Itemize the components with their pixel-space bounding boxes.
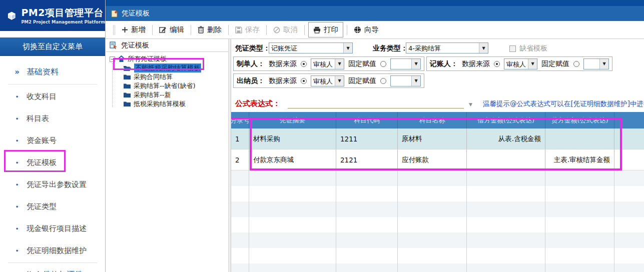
sidebar-item-zijinzhanghao[interactable]: • 资金账号 bbox=[0, 130, 105, 152]
cancel-button[interactable]: 取消 bbox=[270, 23, 301, 36]
formula-hint: 温馨提示@公式表达式可以在[凭证明细数据维护]中进行维护！ bbox=[483, 100, 644, 108]
cashier-source-value: 审核人 bbox=[311, 76, 335, 86]
preparer-source-radio[interactable] bbox=[301, 61, 307, 67]
col-header-debit[interactable]: 借方金额(公式表达) bbox=[467, 112, 545, 128]
bullet-icon: • bbox=[14, 247, 20, 254]
bookkeeper-fixed-radio[interactable] bbox=[573, 61, 579, 67]
voucher-form: 凭证类型： 记账凭证 ▼ 业务类型： 4-采购结算 ▼ 缺省模板 制单人： 数据… bbox=[231, 39, 644, 272]
bookkeeper-source-radio[interactable] bbox=[494, 61, 500, 67]
col-header-summary[interactable]: 凭证摘要 bbox=[249, 112, 336, 128]
cell-extra bbox=[614, 128, 644, 150]
logo-text: PM2项目管理平台 PM2 Project Management Platfor… bbox=[21, 6, 105, 24]
cashier-fixed-radio[interactable] bbox=[380, 78, 386, 84]
tab-label: 凭证模板 bbox=[122, 9, 150, 18]
sidebar-item-label: 收支科目 bbox=[27, 92, 57, 102]
business-type-value: 4-采购结算 bbox=[406, 43, 479, 53]
tree-item-label: 采购结算--缺省(缺省) bbox=[134, 82, 196, 90]
save-button[interactable]: 保存 bbox=[232, 23, 263, 36]
tabstrip-top bbox=[106, 0, 644, 6]
sidebar-item-kemubiao[interactable]: • 科目表 bbox=[0, 108, 105, 130]
tree-item-purchase-default[interactable]: 采购结算--缺省(缺省) bbox=[106, 82, 228, 90]
sidebar-item-label: 科目表 bbox=[27, 114, 49, 124]
cashier-source-radio[interactable] bbox=[301, 78, 307, 84]
bookkeeper-source-value: 审核人 bbox=[504, 59, 528, 69]
business-type-label: 业务类型： bbox=[373, 44, 408, 53]
app-subtitle: PM2 Project Management Platform bbox=[21, 20, 105, 24]
sidebar-item-pingzhengleixing[interactable]: • 凭证类型 bbox=[0, 196, 105, 218]
edit-button[interactable]: 编辑 bbox=[156, 23, 187, 36]
chevron-down-icon[interactable]: ▼ bbox=[335, 59, 344, 69]
template-tree-panel: 凭证模板 − 所有凭证模板 不能抵税采购结算模板 bbox=[106, 39, 228, 272]
table-row[interactable]: 2 付款京东商城 2121 应付账款 主表.审核结算金额 bbox=[231, 150, 644, 170]
chevron-down-icon[interactable]: ▼ bbox=[599, 59, 608, 69]
voucher-type-value: 记账凭证 bbox=[269, 43, 343, 53]
preparer-fixed-radio[interactable] bbox=[380, 61, 386, 67]
tab-voucher-template[interactable]: 凭证模板 bbox=[106, 6, 157, 21]
col-header-subject-code[interactable]: 科目代码 bbox=[336, 112, 398, 128]
col-header-credit[interactable]: 贷方金额(公式表达) bbox=[545, 112, 614, 128]
save-button-label: 保存 bbox=[245, 25, 260, 34]
voucher-type-select[interactable]: 记账凭证 ▼ bbox=[269, 42, 353, 54]
col-header-entry-no[interactable]: 分录号 bbox=[231, 112, 249, 128]
collapse-icon[interactable]: − bbox=[110, 56, 115, 62]
cell-summary: 材料采购 bbox=[249, 128, 336, 150]
tree-item-purchase-contract[interactable]: 采购合同结算 bbox=[106, 72, 228, 82]
sidebar-item-jichuziliao[interactable]: » 基础资料 bbox=[0, 61, 105, 83]
wizard-button-label: 向导 bbox=[364, 25, 379, 34]
table-row[interactable]: 1 材料采购 1211 原材料 从表.含税金额 bbox=[231, 128, 644, 150]
table-empty-area bbox=[231, 170, 644, 272]
print-button[interactable]: 打印 bbox=[308, 22, 343, 38]
chevron-down-icon[interactable]: ▼ bbox=[411, 76, 420, 86]
bookkeeper-group: 记账人： 数据来源 审核人 ▼ 固定赋值 ▼ bbox=[426, 56, 612, 71]
switch-menu-button[interactable]: 切换至自定义菜单 bbox=[0, 38, 105, 56]
preparer-source-value: 审核人 bbox=[311, 59, 335, 69]
bookkeeper-source-select[interactable]: 审核人 ▼ bbox=[504, 58, 537, 70]
col-header-subject-name[interactable]: 科目名称 bbox=[398, 112, 467, 128]
formula-hint-text: 温馨提示@公式表达式可以在[凭证明细数据维护]中进行维护 bbox=[483, 100, 644, 108]
formula-input[interactable] bbox=[288, 108, 464, 108]
chevron-down-icon[interactable]: ▼ bbox=[343, 43, 352, 53]
sidebar-item-pingzhengmingxi[interactable]: • 凭证明细数据维护 bbox=[0, 240, 105, 262]
sidebar-item-label: 资金账号 bbox=[27, 136, 57, 146]
grid-line bbox=[397, 170, 398, 272]
logo-gap bbox=[0, 31, 105, 38]
default-template-checkbox[interactable] bbox=[509, 46, 516, 52]
chevron-down-icon[interactable]: ▼ bbox=[479, 43, 488, 53]
bookkeeper-fixed-select[interactable]: ▼ bbox=[583, 58, 609, 70]
default-template-label: 缺省模板 bbox=[519, 44, 547, 53]
sidebar-item-pingzhengdaochu[interactable]: • 凭证导出参数设置 bbox=[0, 174, 105, 196]
grid-line bbox=[249, 170, 249, 272]
delete-button[interactable]: 删除 bbox=[195, 23, 225, 36]
chevron-down-icon[interactable]: ▼ bbox=[411, 59, 420, 69]
cell-subject-code: 1211 bbox=[336, 128, 398, 150]
tree-item-non-deductible-template[interactable]: 不能抵税采购结算模板 bbox=[106, 64, 228, 72]
cashier-fixed-select[interactable]: ▼ bbox=[390, 76, 421, 86]
sidebar-item-pingzhengmuban[interactable]: • 凭证模板 bbox=[0, 152, 105, 174]
app-title: PM2项目管理平台 bbox=[21, 6, 105, 20]
bookkeeper-fixed-value bbox=[584, 59, 599, 69]
preparer-source-select[interactable]: 审核人 ▼ bbox=[311, 58, 344, 70]
tree-item-purchase-new[interactable]: 采购结算--新 bbox=[106, 90, 228, 100]
sidebar-item-zijindaikuan[interactable]: » 资金贷款与还贷 bbox=[0, 264, 105, 272]
tree-root-all-templates[interactable]: − 所有凭证模板 bbox=[106, 54, 228, 64]
preparer-fixed-value bbox=[391, 59, 411, 69]
formula-dropdown-icon[interactable]: ▼ bbox=[469, 102, 472, 107]
chevron-down-icon[interactable]: ▼ bbox=[335, 76, 344, 86]
wizard-button[interactable]: 向导 bbox=[351, 23, 382, 36]
business-type-select[interactable]: 4-采购结算 ▼ bbox=[406, 42, 488, 54]
document-tab-icon bbox=[111, 10, 118, 18]
tree-connector-line bbox=[112, 63, 113, 107]
tree-item-label: 抵税采购结算模板 bbox=[134, 100, 186, 108]
sidebar-item-xianjinyinhang[interactable]: • 现金银行项目描述 bbox=[0, 218, 105, 240]
tree-body: − 所有凭证模板 不能抵税采购结算模板 采购合同结算 bbox=[106, 52, 228, 108]
preparer-fixed-select[interactable]: ▼ bbox=[390, 58, 421, 70]
add-button[interactable]: 新增 bbox=[119, 23, 149, 36]
cashier-source-select[interactable]: 审核人 ▼ bbox=[311, 76, 344, 86]
tabbar: 凭证模板 bbox=[106, 6, 644, 21]
chevron-down-icon[interactable]: ▼ bbox=[528, 59, 537, 69]
tree-item-label: 采购合同结算 bbox=[134, 72, 173, 82]
sidebar-item-shouzhikemu[interactable]: • 收支科目 bbox=[0, 86, 105, 108]
folder-icon bbox=[123, 92, 131, 98]
tree-item-deductible-template[interactable]: 抵税采购结算模板 bbox=[106, 100, 228, 108]
bullet-icon: • bbox=[14, 137, 20, 144]
